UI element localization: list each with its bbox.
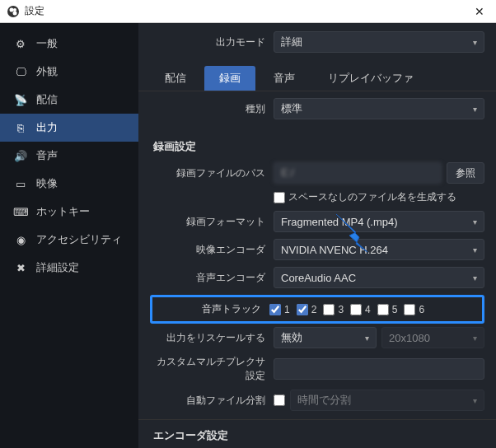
- window-title: 設定: [25, 4, 44, 18]
- sidebar-item-label: 映像: [36, 176, 58, 191]
- sidebar: ⚙一般 🖵外観 📡配信 ⎘出力 🔊音声 ▭映像 ⌨ホットキー ◉アクセシビリティ…: [0, 23, 138, 448]
- svg-point-0: [7, 6, 19, 17]
- recording-path-label: 録画ファイルのパス: [150, 166, 274, 180]
- tabs: 配信 録画 音声 リプレイバッファ: [138, 66, 496, 91]
- sidebar-item-label: 詳細設定: [36, 260, 79, 275]
- mux-input[interactable]: [274, 358, 484, 380]
- aencoder-select[interactable]: CoreAudio AAC: [274, 267, 484, 288]
- format-select[interactable]: Fragmented MP4 (.mp4): [274, 211, 484, 232]
- tab-recording[interactable]: 録画: [204, 66, 255, 91]
- rescale-res-select: 20x1080: [381, 327, 484, 348]
- recording-path-input[interactable]: E:/: [274, 162, 442, 184]
- rescale-select[interactable]: 無効: [274, 327, 377, 348]
- keyboard-icon: ⌨: [13, 206, 28, 218]
- sidebar-item-label: 配信: [36, 92, 58, 107]
- sidebar-item-audio[interactable]: 🔊音声: [0, 142, 138, 170]
- browse-button[interactable]: 参照: [447, 162, 484, 184]
- sidebar-item-accessibility[interactable]: ◉アクセシビリティ: [0, 226, 138, 254]
- vencoder-label: 映像エンコーダ: [150, 243, 274, 257]
- speaker-icon: 🔊: [13, 150, 28, 162]
- sidebar-item-label: 音声: [36, 148, 58, 163]
- close-button[interactable]: ✕: [470, 5, 489, 18]
- track-checkbox-1[interactable]: 1: [269, 304, 290, 315]
- track-checkbox-6[interactable]: 6: [404, 304, 424, 315]
- mux-label: カスタムマルチプレクサ設定: [150, 355, 274, 383]
- track-checkbox-3[interactable]: 3: [323, 304, 344, 315]
- tracks-label: 音声トラック: [152, 302, 269, 316]
- sidebar-item-stream[interactable]: 📡配信: [0, 86, 138, 114]
- recording-section-title: 録画設定: [153, 139, 484, 154]
- sidebar-item-general[interactable]: ⚙一般: [0, 30, 138, 58]
- format-label: 録画フォーマット: [150, 215, 274, 229]
- split-checkbox[interactable]: [274, 394, 285, 406]
- sidebar-item-appearance[interactable]: 🖵外観: [0, 58, 138, 86]
- app-icon: [7, 5, 20, 18]
- sidebar-item-hotkeys[interactable]: ⌨ホットキー: [0, 198, 138, 226]
- sidebar-item-label: 外観: [36, 64, 58, 79]
- vencoder-select[interactable]: NVIDIA NVENC H.264: [274, 239, 484, 260]
- sidebar-item-video[interactable]: ▭映像: [0, 170, 138, 198]
- audio-tracks-highlight: 音声トラック 123456: [150, 295, 484, 324]
- nospace-checkbox[interactable]: スペースなしのファイル名を生成する: [274, 190, 456, 204]
- accessibility-icon: ◉: [13, 234, 28, 246]
- sidebar-item-label: 出力: [36, 120, 58, 135]
- video-icon: ▭: [13, 178, 28, 190]
- track-checkbox-4[interactable]: 4: [350, 304, 371, 315]
- track-checkbox-5[interactable]: 5: [377, 304, 398, 315]
- sidebar-item-output[interactable]: ⎘出力: [0, 114, 138, 142]
- svg-point-3: [13, 8, 16, 12]
- svg-point-2: [13, 11, 17, 15]
- monitor-icon: 🖵: [13, 66, 28, 78]
- tools-icon: ✖: [13, 262, 28, 274]
- antenna-icon: 📡: [13, 94, 28, 106]
- track-checkbox-2[interactable]: 2: [297, 304, 317, 315]
- sidebar-item-label: ホットキー: [36, 204, 90, 219]
- encoder-section-title: エンコーダ設定: [153, 428, 484, 443]
- sidebar-item-label: 一般: [36, 36, 58, 51]
- split-label: 自動ファイル分割: [150, 394, 274, 408]
- tab-stream[interactable]: 配信: [150, 66, 201, 91]
- output-mode-select[interactable]: 詳細: [274, 31, 484, 53]
- type-select[interactable]: 標準: [274, 98, 484, 119]
- type-label: 種別: [150, 102, 274, 116]
- sidebar-item-label: アクセシビリティ: [36, 232, 122, 247]
- gear-icon: ⚙: [13, 38, 28, 50]
- tracks-container: 123456: [269, 304, 424, 315]
- rescale-label: 出力をリスケールする: [150, 331, 274, 345]
- split-mode-select: 時間で分割: [290, 390, 484, 411]
- sidebar-item-advanced[interactable]: ✖詳細設定: [0, 254, 138, 282]
- tab-replay-buffer[interactable]: リプレイバッファ: [313, 66, 428, 91]
- svg-point-1: [10, 7, 14, 12]
- output-mode-label: 出力モード: [150, 35, 274, 49]
- aencoder-label: 音声エンコーダ: [150, 271, 274, 285]
- tab-audio[interactable]: 音声: [259, 66, 310, 91]
- output-icon: ⎘: [13, 122, 28, 134]
